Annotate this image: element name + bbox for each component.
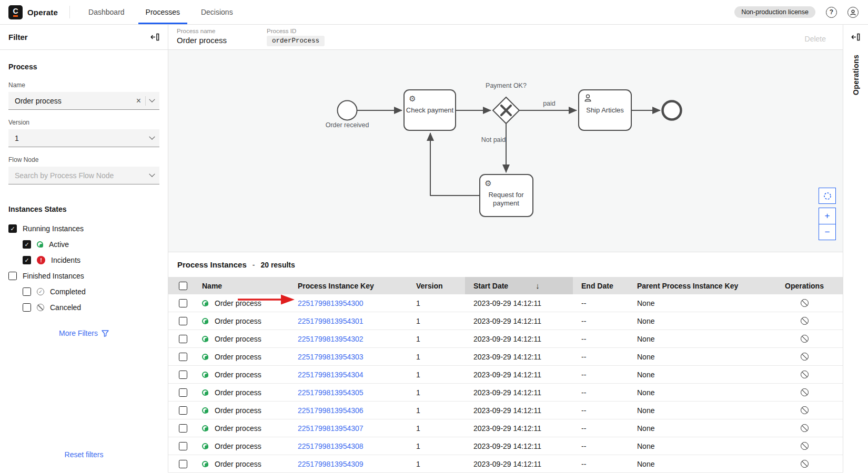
help-icon[interactable]: ? xyxy=(826,7,837,18)
table-row: Order process 2251799813954303 1 2023-09… xyxy=(168,348,843,366)
instance-version: 1 xyxy=(408,335,465,343)
state-filter-running-instances[interactable]: ✓Running Instances xyxy=(8,221,159,236)
instance-key-link[interactable]: 2251799813954304 xyxy=(298,371,364,379)
row-checkbox[interactable] xyxy=(179,353,187,361)
chevron-down-icon[interactable] xyxy=(149,171,155,177)
zoom-in-button[interactable]: + xyxy=(819,208,836,224)
instance-parent-key: None xyxy=(629,424,766,433)
instance-name: Order process xyxy=(215,317,261,325)
task-check-payment[interactable]: ⚙ Check payment xyxy=(404,90,456,130)
process-name-combobox[interactable]: Order process × xyxy=(8,92,159,110)
state-label: Incidents xyxy=(51,256,80,264)
state-filter-completed[interactable]: ✓Completed xyxy=(23,284,159,300)
instance-key-link[interactable]: 2251799813954302 xyxy=(298,335,364,343)
user-avatar-icon[interactable] xyxy=(847,7,859,18)
start-event[interactable]: Order received xyxy=(326,101,369,129)
task-label: Ship Articles xyxy=(586,106,624,114)
state-filter-incidents[interactable]: ✓!Incidents xyxy=(23,252,159,268)
checkbox[interactable]: ✓ xyxy=(8,224,17,233)
table-row: Order process 2251799813954300 1 2023-09… xyxy=(168,294,843,312)
clear-name-icon[interactable]: × xyxy=(132,96,145,106)
instance-start-date: 2023-09-29 14:12:11 xyxy=(465,371,573,379)
table-row: Order process 2251799813954301 1 2023-09… xyxy=(168,312,843,330)
row-checkbox[interactable] xyxy=(179,424,187,433)
column-header-key[interactable]: Process Instance Key xyxy=(289,277,408,294)
checkbox[interactable] xyxy=(8,272,17,280)
row-checkbox[interactable] xyxy=(179,299,187,307)
row-checkbox[interactable] xyxy=(179,371,187,379)
instance-key-link[interactable]: 2251799813954301 xyxy=(298,317,364,325)
start-event-label: Order received xyxy=(326,121,369,129)
checkbox[interactable]: ✓ xyxy=(23,240,31,249)
bpmn-diagram-canvas[interactable]: Order received ⚙ Check payment Payment O… xyxy=(168,50,843,252)
state-filter-active[interactable]: ✓Active xyxy=(23,236,159,252)
row-checkbox[interactable] xyxy=(179,388,187,397)
column-header-version[interactable]: Version xyxy=(408,277,465,294)
operate-app: C Operate Dashboard Processes Decisions … xyxy=(0,0,868,473)
row-checkbox[interactable] xyxy=(179,406,187,415)
collapse-filter-panel-icon[interactable] xyxy=(150,33,159,41)
name-filter-label: Name xyxy=(8,81,159,89)
column-header-name[interactable]: Name xyxy=(194,277,289,294)
instance-end-date: -- xyxy=(573,424,629,433)
select-all-checkbox[interactable] xyxy=(179,282,187,290)
expand-operations-panel-icon[interactable] xyxy=(851,33,860,41)
end-event[interactable] xyxy=(663,101,681,120)
instance-key-link[interactable]: 2251799813954305 xyxy=(298,388,364,397)
task-label: Check payment xyxy=(406,106,454,114)
instance-end-date: -- xyxy=(573,371,629,379)
column-header-operations[interactable]: Operations xyxy=(766,277,843,294)
tab-processes[interactable]: Processes xyxy=(135,0,190,24)
version-select[interactable]: 1 xyxy=(8,129,159,147)
column-header-start-date[interactable]: Start Date ↓ xyxy=(465,277,573,294)
reset-filters-button[interactable]: Reset filters xyxy=(65,450,104,459)
chevron-down-icon[interactable] xyxy=(149,96,155,102)
row-checkbox[interactable] xyxy=(179,460,187,468)
instance-key-link[interactable]: 2251799813954303 xyxy=(298,353,364,361)
flow-node-combobox[interactable]: Search by Process Flow Node xyxy=(8,167,159,184)
camunda-logo-icon[interactable]: C xyxy=(8,5,23,19)
tab-decisions[interactable]: Decisions xyxy=(190,0,244,24)
instances-title-bar: Process Instances - 20 results xyxy=(168,252,843,277)
operation-not-allowed-icon xyxy=(801,388,809,396)
tab-dashboard[interactable]: Dashboard xyxy=(78,0,135,24)
checkbox[interactable] xyxy=(23,303,31,312)
table-row: Order process 2251799813954302 1 2023-09… xyxy=(168,330,843,348)
reset-view-icon xyxy=(823,192,832,200)
chevron-down-icon[interactable] xyxy=(149,133,155,139)
instance-parent-key: None xyxy=(629,442,766,450)
row-checkbox[interactable] xyxy=(179,335,187,343)
zoom-out-button[interactable]: − xyxy=(819,224,836,240)
checkbox[interactable] xyxy=(23,287,31,296)
row-checkbox[interactable] xyxy=(179,317,187,325)
incident-state-icon: ! xyxy=(37,256,45,264)
task-request-for-payment[interactable]: ⚙ Request for payment xyxy=(480,174,533,217)
state-filter-canceled[interactable]: Canceled xyxy=(23,300,159,315)
checkbox[interactable]: ✓ xyxy=(23,256,31,264)
more-filters-button[interactable]: More Filters xyxy=(59,329,109,337)
instance-version: 1 xyxy=(408,442,465,450)
instances-title: Process Instances xyxy=(177,260,247,269)
operations-side-panel: Operations xyxy=(843,25,868,472)
state-filter-finished-instances[interactable]: Finished Instances xyxy=(8,268,159,284)
canceled-state-icon xyxy=(37,304,44,311)
task-ship-articles[interactable]: Ship Articles xyxy=(579,90,631,130)
process-main-panel: Process name Order process Process ID or… xyxy=(168,25,843,472)
instance-name: Order process xyxy=(215,335,261,343)
task-label-line1: Request for xyxy=(488,191,524,199)
instance-key-link[interactable]: 2251799813954306 xyxy=(298,406,364,415)
reset-view-button[interactable] xyxy=(819,188,836,204)
instance-key-link[interactable]: 2251799813954307 xyxy=(298,424,364,433)
instance-key-link[interactable]: 2251799813954309 xyxy=(298,460,364,468)
instance-parent-key: None xyxy=(629,353,766,361)
instance-key-link[interactable]: 2251799813954308 xyxy=(298,442,364,450)
flow-node-placeholder: Search by Process Flow Node xyxy=(15,171,150,180)
table-body: Order process 2251799813954300 1 2023-09… xyxy=(168,294,843,473)
row-checkbox[interactable] xyxy=(179,442,187,450)
column-header-parent-key[interactable]: Parent Process Instance Key xyxy=(629,277,766,294)
delete-button[interactable]: Delete xyxy=(798,30,833,47)
gateway-payment-ok[interactable]: Payment OK? xyxy=(486,82,527,124)
flow-node-filter-label: Flow Node xyxy=(8,156,159,163)
column-header-end-date[interactable]: End Date xyxy=(573,277,629,294)
instance-key-link[interactable]: 2251799813954300 xyxy=(298,299,364,307)
